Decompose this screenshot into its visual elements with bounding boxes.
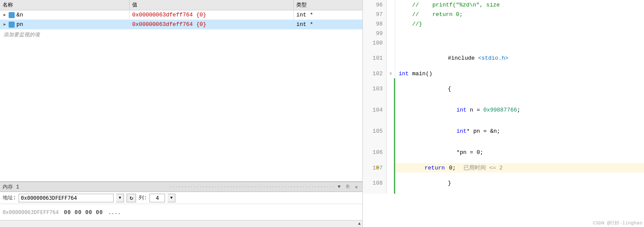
memory-addr-dropdown[interactable]: ▼: [116, 194, 124, 202]
memory-content-addr: 0x00000063DFEFF764: [3, 209, 59, 215]
line-gutter-100: [387, 38, 395, 48]
memory-scrollbar-area[interactable]: ▲: [0, 220, 362, 227]
code-line-99: 99: [363, 29, 644, 38]
code-text-104: n =: [466, 107, 483, 113]
code-line-101: 101 #include <stdio.h>: [363, 48, 644, 69]
var-icon-1: [9, 12, 15, 18]
code-content-107: return 0; 已用时间 <= 2: [395, 163, 644, 173]
line-gutter-103: [387, 78, 395, 99]
expand-arrow-2[interactable]: ▶: [3, 22, 7, 27]
code-line-106: 106 *pn = 0;: [363, 142, 644, 163]
code-semi-104: ;: [517, 107, 520, 113]
code-text-108: }: [448, 180, 451, 186]
line-gutter-106: [387, 142, 395, 163]
code-content-106: *pn = 0;: [395, 142, 644, 163]
line-number-100: 100: [363, 38, 387, 48]
code-line-108: 108 }: [363, 173, 644, 194]
watch-row-1-value: 0x00000063dfeff764 {0}: [130, 11, 294, 19]
watch-row-1-type: int *: [294, 11, 350, 19]
code-hex-104: 0x99887766: [483, 107, 517, 113]
code-line-100: 100: [363, 38, 644, 48]
code-content-100: [395, 38, 644, 48]
line-gutter-105: [387, 121, 395, 142]
line-number-104: 104: [363, 99, 387, 121]
memory-addr-label: 地址:: [3, 194, 16, 201]
line-gutter-102: ∨: [387, 69, 395, 78]
watch-row-2-name: ▶ pn: [0, 20, 130, 29]
code-line-102: 102 ∨ int main(): [363, 69, 644, 78]
memory-close-icon[interactable]: ✕: [353, 183, 360, 190]
code-content-99: [395, 29, 644, 38]
code-text-96: // printf("%zd\n", size: [399, 2, 500, 8]
line-number-107: 107: [363, 163, 387, 173]
line-gutter-96: [387, 0, 395, 10]
code-content-108: }: [395, 173, 644, 194]
memory-dropdown-icon[interactable]: ▼: [336, 183, 343, 190]
code-kw-107: return: [425, 165, 445, 171]
watch-row-1-name: ▶ &n: [0, 11, 130, 19]
current-line-arrow: ➤: [375, 163, 380, 173]
watch-row-1[interactable]: ▶ &n 0x00000063dfeff764 {0} int *: [0, 10, 362, 20]
code-content-105: int* pn = &n;: [395, 121, 644, 142]
line-number-106: 106: [363, 142, 387, 163]
code-line-97: 97 // return 0;: [363, 10, 644, 19]
code-line-104: 104 int n = 0x99887766;: [363, 99, 644, 121]
code-line-103: 103 {: [363, 78, 644, 99]
memory-title-dots: ········································…: [169, 185, 334, 189]
code-line-105: 105 int* pn = &n;: [363, 121, 644, 142]
line-number-96: 96: [363, 0, 387, 10]
line-number-108: 108: [363, 173, 387, 194]
watch-row-2-type: int *: [294, 20, 350, 29]
line-gutter-101: [387, 48, 395, 69]
expand-arrow-1[interactable]: ▶: [3, 13, 7, 17]
memory-content-bytes: 00 00 00 00: [64, 209, 103, 215]
col-header-type: 类型: [294, 0, 350, 10]
code-content-102: int main(): [395, 69, 644, 78]
code-content-101: #include <stdio.h>: [395, 48, 644, 69]
right-panel: 96 // printf("%zd\n", size 97 // return …: [363, 0, 644, 227]
watch-row-2[interactable]: ▶ pn 0x00000063dfeff764 {0} int *: [0, 20, 362, 29]
memory-scroll-arrow[interactable]: ▲: [358, 221, 361, 226]
line-gutter-108: [387, 173, 395, 194]
line-number-101: 101: [363, 48, 387, 69]
code-kw-102: int: [399, 70, 409, 77]
memory-col-input[interactable]: [149, 194, 165, 202]
code-line-107: 107 ➤ return 0; 已用时间 <= 2: [363, 163, 644, 173]
collapse-arrow-102[interactable]: ∨: [389, 71, 392, 76]
code-text-107: 0;: [446, 165, 463, 171]
line-gutter-104: [387, 99, 395, 121]
watch-table: 名称 值 类型 ▶ &n 0x00000063dfeff764 {0} int …: [0, 0, 362, 182]
code-text-101a: #include: [448, 55, 478, 61]
code-text-98: //}: [399, 21, 422, 27]
memory-title: 内存 1: [3, 183, 168, 191]
line-number-97: 97: [363, 10, 387, 19]
memory-content-dots: ....: [108, 209, 121, 215]
code-content-96: // printf("%zd\n", size: [395, 0, 644, 10]
csdn-watermark: CSDN @行好·linghao: [591, 219, 644, 227]
code-comment-107: 已用时间 <= 2: [463, 164, 503, 172]
line-gutter-98: [387, 19, 395, 29]
memory-col-dropdown[interactable]: ▼: [168, 194, 175, 202]
code-text-105: * pn = &n;: [466, 128, 500, 134]
memory-title-bar: 内存 1 ···································…: [0, 182, 362, 192]
code-line-96: 96 // printf("%zd\n", size: [363, 0, 644, 10]
add-watch-prompt[interactable]: 添加要监视的项: [0, 29, 362, 40]
code-lines: 96 // printf("%zd\n", size 97 // return …: [363, 0, 644, 194]
var-icon-2: [9, 22, 15, 28]
code-text-106: *pn = 0;: [457, 149, 483, 156]
memory-refresh-btn[interactable]: ↻: [127, 194, 136, 202]
memory-content: 0x00000063DFEFF764 00 00 00 00 ....: [0, 204, 362, 220]
code-text-103: {: [448, 86, 451, 92]
col-header-value: 值: [130, 0, 294, 10]
code-content-98: //}: [395, 19, 644, 29]
line-gutter-99: [387, 29, 395, 38]
line-gutter-97: [387, 10, 395, 19]
code-text-102: main(): [409, 70, 432, 77]
memory-col-label: 列:: [139, 194, 147, 201]
code-kw-104: int: [457, 107, 466, 113]
memory-panel: 内存 1 ···································…: [0, 182, 362, 227]
memory-pin-icon[interactable]: ⎘: [344, 183, 351, 190]
line-number-103: 103: [363, 78, 387, 99]
watch-row-2-label: pn: [16, 21, 23, 28]
memory-addr-input[interactable]: [19, 194, 114, 202]
